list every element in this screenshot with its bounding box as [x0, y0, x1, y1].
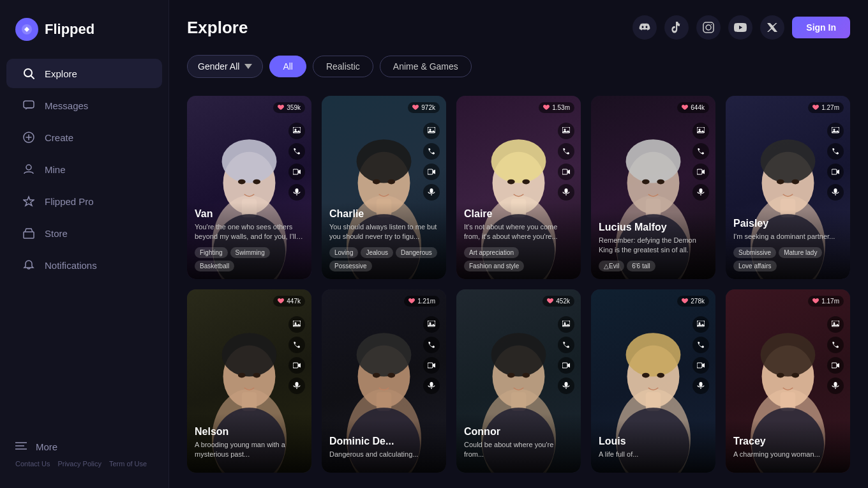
- youtube-icon[interactable]: [728, 15, 752, 40]
- card-connor[interactable]: 452k Connor Could be about where you're …: [456, 289, 581, 473]
- card-action-call[interactable]: [288, 337, 305, 353]
- svg-rect-105: [430, 382, 433, 386]
- card-action-video[interactable]: [692, 164, 709, 180]
- card-dominic-de---[interactable]: 1.21m Dominic De... Dangerous and calcul…: [322, 289, 446, 473]
- card-overlay: Dominic De... Dangerous and calculating.…: [322, 397, 446, 472]
- card-action-call[interactable]: [692, 337, 709, 353]
- svg-rect-3: [24, 101, 34, 108]
- instagram-icon[interactable]: [696, 15, 721, 40]
- card-charlie[interactable]: 972k Charlie You should always listen to…: [322, 96, 446, 279]
- card-tracey[interactable]: 1.17m Tracey A charming young woman...: [726, 289, 850, 473]
- card-action-img[interactable]: [423, 123, 440, 139]
- sidebar-item-mine[interactable]: Mine: [6, 155, 162, 184]
- svg-point-123: [626, 333, 681, 376]
- signin-button[interactable]: Sign In: [792, 17, 850, 38]
- card-louis[interactable]: 278k Louis A life full of...: [591, 289, 715, 473]
- gender-filter[interactable]: Gender All: [187, 55, 263, 78]
- card-desc: You're the one who sees others beyond my…: [195, 222, 304, 242]
- card-action-img[interactable]: [827, 123, 844, 139]
- sidebar-item-messages[interactable]: Messages: [6, 91, 162, 120]
- card-claire[interactable]: 1.53m Claire It's not about where you co…: [456, 96, 581, 279]
- card-action-video[interactable]: [558, 357, 574, 374]
- card-action-img[interactable]: [288, 123, 305, 139]
- sidebar-item-create[interactable]: Create: [6, 123, 162, 152]
- filter-anime[interactable]: Anime & Games: [380, 56, 472, 77]
- footer-contact[interactable]: Contact Us: [15, 460, 50, 468]
- card-paisley[interactable]: 1.27m Paisley I'm seeking a dominant par…: [726, 96, 850, 279]
- card-tag: Swimming: [230, 247, 270, 258]
- footer-privacy[interactable]: Privacy Policy: [57, 460, 101, 468]
- card-action-video[interactable]: [827, 164, 844, 180]
- svg-rect-64: [697, 169, 702, 174]
- card-name: Lucius Malfoy: [599, 222, 708, 233]
- sidebar-item-messages-label: Messages: [45, 100, 88, 111]
- discord-icon[interactable]: [632, 15, 657, 40]
- card-lucius-malfoy[interactable]: 644k Lucius Malfoy Remember: defying the…: [591, 96, 715, 279]
- twitter-icon[interactable]: [760, 15, 784, 40]
- card-action-img[interactable]: [692, 123, 709, 139]
- svg-rect-77: [832, 169, 837, 174]
- card-stats: 359k: [273, 102, 305, 113]
- card-action-call[interactable]: [423, 337, 440, 353]
- svg-point-124: [642, 372, 650, 377]
- card-action-video[interactable]: [423, 357, 440, 374]
- card-tag: Basketball: [195, 261, 234, 271]
- card-action-call[interactable]: [558, 337, 574, 353]
- card-action-img[interactable]: [827, 316, 844, 333]
- sidebar-item-store[interactable]: Store: [6, 218, 162, 248]
- card-action-video[interactable]: [692, 357, 709, 374]
- card-tags: FightingSwimmingBasketball: [195, 247, 304, 271]
- card-action-call[interactable]: [423, 143, 440, 160]
- card-action-mic[interactable]: [692, 377, 709, 394]
- card-action-img[interactable]: [423, 316, 440, 333]
- svg-point-86: [253, 372, 260, 377]
- filter-realistic[interactable]: Realistic: [313, 56, 373, 77]
- card-action-call[interactable]: [692, 143, 709, 160]
- card-name: Paisley: [733, 218, 842, 229]
- logo[interactable]: Flipped: [0, 13, 168, 56]
- card-name: Louis: [599, 436, 708, 447]
- svg-rect-116: [562, 363, 567, 368]
- messages-icon: [22, 98, 36, 112]
- filter-all[interactable]: All: [269, 56, 306, 77]
- card-overlay: Louis A life full of...: [591, 397, 715, 472]
- card-nelson[interactable]: 447k Nelson A brooding young man with a …: [187, 289, 311, 473]
- svg-rect-92: [296, 382, 299, 386]
- svg-point-84: [222, 333, 277, 376]
- svg-point-110: [491, 333, 546, 376]
- card-van[interactable]: 359k Van You're the one who sees others …: [187, 96, 311, 279]
- tiktok-icon[interactable]: [664, 15, 689, 40]
- card-name: Nelson: [195, 426, 304, 438]
- card-stats: 644k: [677, 102, 709, 113]
- card-actions: [692, 316, 709, 394]
- card-actions: [558, 316, 574, 394]
- card-action-mic[interactable]: [423, 377, 440, 394]
- card-action-call[interactable]: [558, 143, 574, 160]
- card-action-img[interactable]: [558, 316, 574, 333]
- mine-icon: [22, 162, 36, 176]
- card-like-count: 359k: [273, 102, 305, 113]
- card-action-video[interactable]: [288, 357, 305, 374]
- card-action-call[interactable]: [288, 143, 305, 160]
- card-action-mic[interactable]: [827, 377, 844, 394]
- more-item[interactable]: More: [15, 441, 153, 452]
- sidebar-item-explore[interactable]: Explore: [6, 59, 162, 88]
- card-desc: Remember: defying the Demon King is the …: [599, 236, 708, 255]
- card-action-img[interactable]: [692, 316, 709, 333]
- card-action-call[interactable]: [827, 143, 844, 160]
- card-action-call[interactable]: [827, 337, 844, 353]
- card-desc: You should always listen to me but you s…: [329, 222, 438, 242]
- card-action-img[interactable]: [558, 123, 574, 139]
- sidebar-item-flipped-pro[interactable]: Flipped Pro: [6, 187, 162, 216]
- card-tag: Dangerous: [396, 247, 437, 258]
- card-action-img[interactable]: [288, 316, 305, 333]
- footer-terms[interactable]: Term of Use: [109, 460, 147, 468]
- topbar-right: Sign In: [632, 15, 850, 40]
- svg-rect-131: [700, 382, 703, 386]
- sidebar-item-notifications[interactable]: Notifications: [6, 250, 162, 280]
- svg-point-111: [507, 372, 515, 377]
- card-desc: A brooding young man with a mysterious p…: [195, 440, 304, 460]
- card-action-video[interactable]: [827, 357, 844, 374]
- card-stats: 452k: [542, 296, 574, 307]
- svg-rect-103: [428, 363, 433, 368]
